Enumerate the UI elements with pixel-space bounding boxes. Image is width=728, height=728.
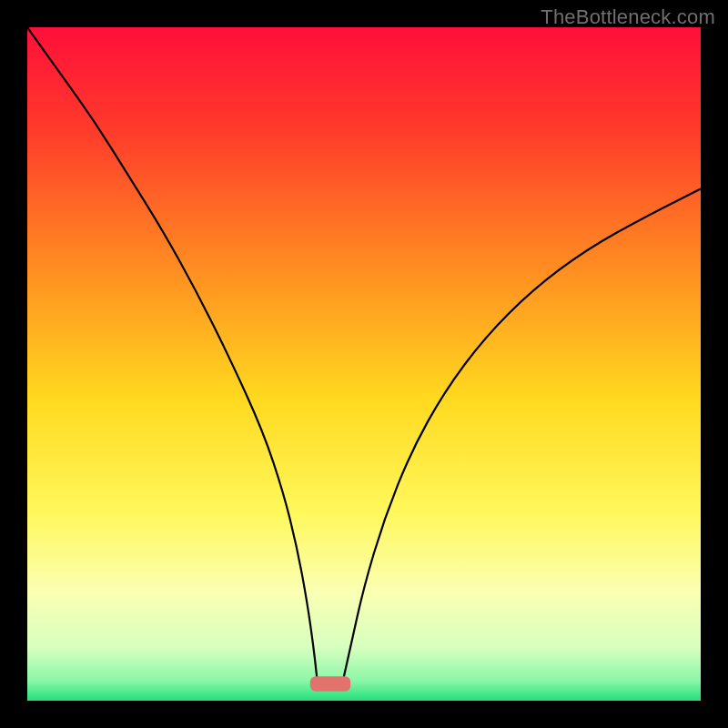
watermark-text: TheBottleneck.com [541,5,715,29]
bottleneck-chart [27,27,701,701]
chart-frame [27,27,701,701]
min-marker [310,676,350,691]
chart-background [27,27,701,701]
